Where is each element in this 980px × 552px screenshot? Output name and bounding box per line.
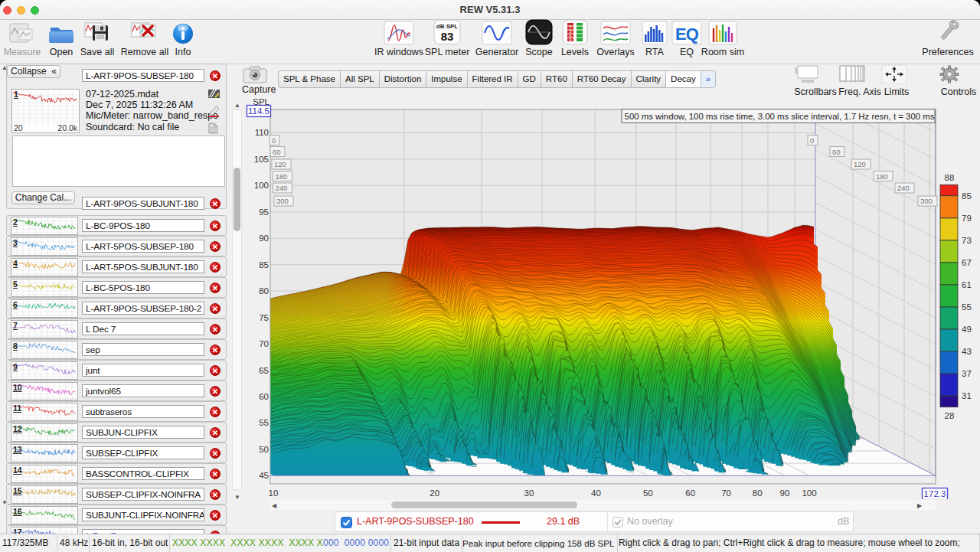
svg-text:75: 75 xyxy=(259,313,269,322)
svg-text:90: 90 xyxy=(780,488,790,498)
svg-text:dB SPL: dB SPL xyxy=(436,23,459,30)
svg-text:180: 180 xyxy=(276,172,288,181)
svg-text:80: 80 xyxy=(259,286,269,296)
svg-text:95: 95 xyxy=(259,207,269,217)
svg-text:240: 240 xyxy=(897,184,910,192)
svg-text:60: 60 xyxy=(259,392,269,401)
svg-text:55: 55 xyxy=(259,418,269,427)
svg-text:61: 61 xyxy=(962,280,972,289)
svg-text:37: 37 xyxy=(962,369,972,378)
svg-text:65: 65 xyxy=(259,366,269,375)
svg-text:45: 45 xyxy=(259,471,269,480)
svg-text:50: 50 xyxy=(643,488,653,498)
svg-text:300: 300 xyxy=(276,197,289,205)
svg-text:28: 28 xyxy=(945,411,955,420)
svg-text:80: 80 xyxy=(753,488,763,498)
svg-text:67: 67 xyxy=(962,258,972,267)
svg-text:30: 30 xyxy=(524,488,534,498)
svg-text:90: 90 xyxy=(259,234,269,243)
svg-text:85: 85 xyxy=(259,260,269,269)
svg-text:70: 70 xyxy=(259,339,269,348)
svg-text:100: 100 xyxy=(254,181,269,190)
svg-text:0: 0 xyxy=(810,136,814,145)
svg-text:120: 120 xyxy=(854,160,866,168)
svg-text:73: 73 xyxy=(962,236,972,245)
svg-text:31: 31 xyxy=(962,391,972,400)
svg-text:500 ms window, 100 ms rise tim: 500 ms window, 100 ms rise time, 3.00 ms… xyxy=(625,112,935,121)
svg-text:20: 20 xyxy=(430,488,439,498)
svg-text:43: 43 xyxy=(962,347,972,356)
svg-text:10: 10 xyxy=(269,488,279,498)
svg-text:55: 55 xyxy=(962,302,972,312)
svg-text:60: 60 xyxy=(685,488,695,498)
svg-text:240: 240 xyxy=(276,184,288,192)
svg-text:0: 0 xyxy=(272,136,276,145)
svg-text:83: 83 xyxy=(441,30,454,43)
svg-text:114.5: 114.5 xyxy=(248,106,270,116)
svg-text:88: 88 xyxy=(945,173,955,182)
svg-text:50: 50 xyxy=(259,445,269,454)
svg-text:110: 110 xyxy=(255,128,269,137)
svg-text:60: 60 xyxy=(273,148,281,156)
svg-text:105: 105 xyxy=(254,155,269,164)
svg-text:49: 49 xyxy=(962,325,972,334)
svg-text:40: 40 xyxy=(591,488,601,498)
svg-text:180: 180 xyxy=(876,172,888,181)
svg-text:85: 85 xyxy=(962,191,972,201)
svg-text:100: 100 xyxy=(802,488,816,498)
svg-text:70: 70 xyxy=(721,488,731,498)
svg-text:172.3: 172.3 xyxy=(924,489,946,498)
svg-text:300: 300 xyxy=(920,197,933,205)
svg-text:79: 79 xyxy=(962,214,972,223)
svg-text:120: 120 xyxy=(274,160,286,168)
svg-text:60: 60 xyxy=(832,148,841,156)
